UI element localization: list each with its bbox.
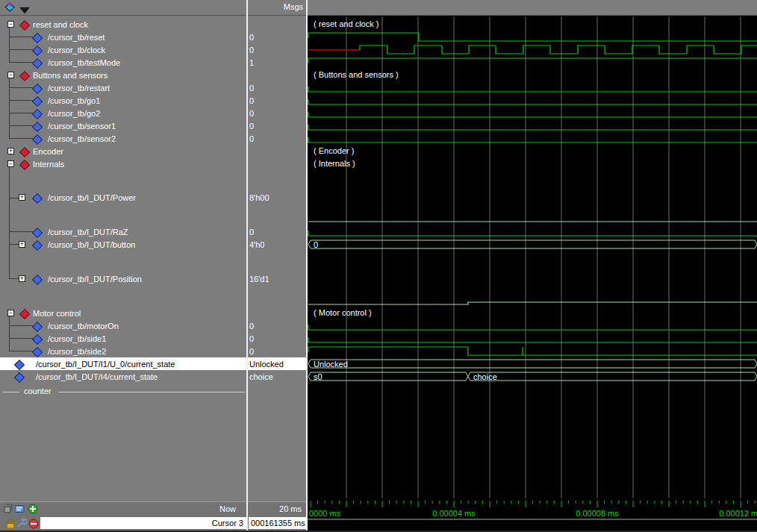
bus-value-label: Unlocked — [314, 360, 348, 369]
signal-value: 0 — [249, 334, 254, 344]
cursor-row: Cursor 3 000161355 ms — [0, 516, 308, 531]
wave-group-label: ( Motor control ) — [314, 308, 372, 317]
wave-group-label: ( reset and clock ) — [314, 19, 378, 28]
expand-plus-box[interactable]: + — [19, 194, 25, 201]
tree-stub — [9, 351, 33, 351]
axis-time-label: 0000 ms — [309, 509, 341, 518]
signal-label[interactable]: /cursor_tb/I_DUT/button — [48, 240, 135, 250]
edit-comment-icon[interactable] — [15, 504, 25, 514]
signal-label[interactable]: /cursor_tb/I_DUT/Position — [48, 274, 142, 284]
group-label[interactable]: Encoder — [33, 146, 63, 157]
waveform-svg[interactable]: ( reset and clock )( Buttons and sensors… — [308, 15, 757, 501]
signal-label[interactable]: /cursor_tb/I_DUT/Power — [48, 193, 136, 203]
group-diamond-icon — [19, 19, 30, 30]
signal-value: 16'd1 — [249, 274, 270, 284]
signal-diamond-icon — [32, 193, 43, 203]
signal-diamond-icon — [32, 274, 43, 284]
tree-line — [9, 27, 10, 62]
cursor-name-field[interactable]: Cursor 3 — [40, 517, 248, 529]
signal-label[interactable]: /cursor_tb/reset — [48, 32, 105, 43]
names-values-splitter[interactable] — [246, 0, 248, 531]
signal-label[interactable]: /cursor_tb/restart — [48, 83, 110, 93]
bit-trace — [308, 33, 757, 41]
signal-label[interactable]: /cursor_tb/clock — [48, 45, 105, 55]
signal-value: 0 — [249, 96, 254, 106]
expand-minus-box[interactable]: − — [7, 21, 14, 28]
tree-stub — [9, 244, 19, 245]
group-diamond-icon — [19, 146, 30, 157]
tree-stub — [9, 113, 33, 113]
divider-label: counter — [24, 387, 52, 395]
group-label[interactable]: Buttons and sensors — [33, 70, 108, 81]
axis-time-label: 0.00012 ms — [719, 509, 757, 518]
tree-stub — [9, 198, 19, 198]
tree-stub — [9, 87, 33, 88]
add-cursor-icon[interactable] — [28, 504, 38, 514]
tree-stub — [9, 49, 33, 50]
bit-trace — [308, 231, 757, 236]
signal-rows-layer: −reset and clock/cursor_tb/reset0/cursor… — [0, 0, 308, 501]
time-axis[interactable]: 0000 ms0.00004 ms0.00008 ms0.00012 ms — [308, 500, 757, 532]
signal-label[interactable]: /cursor_tb/I_DUT/I1/U_0/current_state — [36, 359, 175, 369]
now-label: Now — [219, 504, 236, 513]
group-diamond-icon — [19, 308, 30, 319]
bit-trace — [308, 347, 757, 355]
signal-label[interactable]: /cursor_tb/side2 — [48, 346, 106, 357]
signal-diamond-icon — [32, 240, 43, 250]
expand-minus-box[interactable]: − — [7, 72, 14, 78]
group-label[interactable]: reset and clock — [33, 19, 88, 30]
waveform-layer[interactable]: ( reset and clock )( Buttons and sensors… — [308, 15, 757, 501]
tree-stub — [9, 278, 19, 279]
signal-label[interactable]: /cursor_tb/testMode — [48, 57, 120, 68]
bus-trace — [468, 372, 757, 381]
signal-diamond-icon — [32, 134, 43, 144]
tree-stub — [9, 138, 33, 139]
bit-trace — [308, 137, 757, 143]
bit-trace — [308, 112, 757, 117]
signal-label[interactable]: /cursor_tb/I_DUT/RaZ — [48, 227, 128, 237]
lock-cursor-icon[interactable] — [5, 519, 16, 529]
tree-line — [9, 316, 10, 351]
cursor-time-field[interactable]: 000161355 ms — [249, 517, 306, 529]
wave-group-label: ( Internals ) — [314, 159, 355, 168]
signal-value: choice — [249, 372, 273, 382]
signal-value: 0 — [249, 134, 254, 144]
cursor-properties-wrench-icon[interactable] — [16, 518, 27, 528]
signal-label[interactable]: /cursor_tb/sensor1 — [48, 121, 116, 131]
signal-label[interactable]: /cursor_tb/go2 — [48, 108, 100, 119]
tree-stub — [9, 231, 33, 232]
expand-minus-box[interactable]: − — [7, 160, 14, 167]
now-value: 20 ms — [279, 504, 302, 513]
time-axis-svg[interactable]: 0000 ms0.00004 ms0.00008 ms0.00012 ms — [308, 500, 757, 532]
signal-value: 8'h00 — [249, 193, 270, 203]
signal-label[interactable]: /cursor_tb/go1 — [48, 96, 100, 106]
signal-value: 0 — [249, 45, 254, 55]
expand-minus-box[interactable]: − — [7, 310, 14, 316]
group-label[interactable]: Motor control — [33, 308, 81, 319]
wave-group-label: ( Encoder ) — [314, 146, 354, 155]
delete-cursor-icon[interactable] — [28, 519, 39, 529]
group-label[interactable]: Internals — [33, 159, 64, 169]
signal-diamond-icon — [32, 334, 43, 344]
tree-stub — [9, 100, 33, 101]
signal-label[interactable]: /cursor_tb/side1 — [48, 334, 106, 344]
expand-plus-box[interactable]: + — [19, 275, 25, 282]
expand-plus-box[interactable]: + — [19, 241, 25, 248]
signal-label[interactable]: /cursor_tb/I_DUT/I4/current_state — [36, 372, 158, 382]
analog-trace — [308, 302, 757, 304]
wave-window: Msgs −reset and clock/cursor_tb/reset0/c… — [0, 0, 757, 532]
signal-diamond-icon — [32, 321, 43, 331]
signal-value: Unlocked — [249, 359, 284, 369]
bus-trace — [308, 240, 757, 248]
bit-trace — [308, 325, 757, 330]
bit-trace — [308, 58, 757, 63]
bit-trace — [308, 337, 757, 342]
signal-label[interactable]: /cursor_tb/sensor2 — [48, 134, 116, 144]
insert-cursor-icon[interactable] — [4, 504, 14, 514]
bus-value-label: choice — [473, 372, 497, 381]
divider-line — [58, 392, 245, 392]
values-wave-splitter[interactable] — [306, 0, 308, 531]
expand-plus-box[interactable]: + — [7, 148, 14, 154]
signal-label[interactable]: /cursor_tb/motorOn — [48, 321, 119, 331]
tree-stub — [9, 125, 33, 126]
